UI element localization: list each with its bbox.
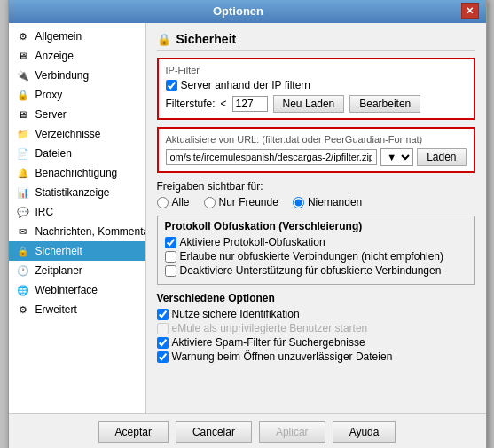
protokoll-title: Protokoll Obfuskation (Verschleierung) <box>165 220 467 232</box>
url-dropdown[interactable]: ▼ <box>380 148 413 166</box>
sidebar-item-server[interactable]: 🖥 Server <box>9 105 145 124</box>
sidebar-item-verbindung[interactable]: 🔌 Verbindung <box>9 66 145 85</box>
sidebar-icon-0: ⚙ <box>16 29 30 43</box>
close-button[interactable]: ✕ <box>461 3 479 19</box>
protokoll-item-3: Deaktiviere Unterstützung für obfuskiert… <box>165 264 467 277</box>
sidebar-icon-4: 🖥 <box>16 107 30 122</box>
radio-alle[interactable]: Alle <box>157 196 190 208</box>
sidebar-label-7: Benachrichtigung <box>35 167 118 179</box>
server-checkbox[interactable] <box>166 80 177 91</box>
sidebar-icon-3: 🔒 <box>16 88 30 102</box>
radio-niemanden-input[interactable] <box>293 197 304 208</box>
radio-alle-label: Alle <box>172 196 190 208</box>
sidebar-label-13: Webinterface <box>35 284 98 296</box>
verschiedene-checkbox-2 <box>157 323 169 334</box>
verschiedene-title: Verschiedene Optionen <box>157 292 475 304</box>
ip-filter-section: IP-Filter Server anhand der IP filtern F… <box>157 58 475 120</box>
aplicar-button[interactable]: Aplicar <box>259 421 325 443</box>
verschiedene-checkbox-4[interactable] <box>157 351 169 363</box>
sidebar-label-12: Zeitplaner <box>35 264 82 277</box>
sidebar-icon-7: 🔔 <box>16 166 30 180</box>
laden-button[interactable]: Laden <box>417 148 466 166</box>
sidebar-label-3: Proxy <box>35 89 63 101</box>
protokoll-item-2: Erlaube nur obfuskierte Verbindungen (ni… <box>165 250 467 263</box>
neu-laden-button[interactable]: Neu Laden <box>273 95 345 113</box>
sidebar-icon-11: 🔒 <box>16 244 30 258</box>
sidebar-icon-8: 📊 <box>16 185 30 200</box>
sidebar-item-proxy[interactable]: 🔒 Proxy <box>9 85 145 105</box>
radio-freunde-label: Nur Freunde <box>219 196 278 208</box>
sidebar-item-sicherheit[interactable]: 🔒 Sicherheit <box>9 241 145 261</box>
update-label: Aktualisiere von URL: (filter.dat oder P… <box>166 134 467 145</box>
protokoll-label-3: Deaktiviere Unterstützung für obfuskiert… <box>180 264 442 277</box>
aceptar-button[interactable]: Aceptar <box>98 421 169 443</box>
server-checkbox-row: Server anhand der IP filtern <box>166 79 467 91</box>
filterstufe-label: Filterstufe: <box>166 98 216 110</box>
sidebar-item-allgemein[interactable]: ⚙ Allgemein <box>9 27 145 46</box>
radio-alle-input[interactable] <box>157 197 169 208</box>
sidebar-label-6: Dateien <box>35 147 72 160</box>
sidebar-label-0: Allgemein <box>35 30 82 43</box>
sidebar-icon-9: 💬 <box>16 205 30 219</box>
panel-title-text: Sicherheit <box>176 32 237 46</box>
window-title: Optionen <box>16 4 461 18</box>
freigaben-radio-row: Alle Nur Freunde Niemanden <box>157 196 475 208</box>
verschiedene-label-4: Warnung beim Öffnen unzuverlässiger Date… <box>172 350 393 363</box>
sidebar-item-verzeichnisse[interactable]: 📁 Verzeichnisse <box>9 124 145 144</box>
content-area: ⚙ Allgemein 🖥 Anzeige 🔌 Verbindung 🔒 Pro… <box>9 23 486 413</box>
sidebar: ⚙ Allgemein 🖥 Anzeige 🔌 Verbindung 🔒 Pro… <box>9 23 146 413</box>
sidebar-label-5: Verzeichnisse <box>35 128 101 140</box>
protokoll-item-1: Aktiviere Protokoll-Obfuskation <box>165 236 467 248</box>
verschiedene-item-3: Aktiviere Spam-Filter für Suchergebnisse <box>157 336 475 349</box>
filter-level-row: Filterstufe: < Neu Laden Bearbeiten <box>166 95 467 113</box>
protokoll-label-2: Erlaube nur obfuskierte Verbindungen (ni… <box>180 250 444 263</box>
sidebar-item-webinterface[interactable]: 🌐 Webinterface <box>9 280 145 300</box>
filterstufe-input[interactable] <box>232 96 268 112</box>
sidebar-icon-2: 🔌 <box>16 68 30 83</box>
sidebar-item-erweitert[interactable]: ⚙ Erweitert <box>9 300 145 319</box>
protokoll-checkbox-1[interactable] <box>165 237 176 248</box>
server-checkbox-label[interactable]: Server anhand der IP filtern <box>166 79 311 91</box>
ip-filter-label: IP-Filter <box>166 65 467 75</box>
sidebar-item-statistikanzeige[interactable]: 📊 Statistikanzeige <box>9 183 145 202</box>
sidebar-icon-1: 🖥 <box>16 49 30 63</box>
verschiedene-section: Verschiedene Optionen Nutze sichere Iden… <box>157 292 475 363</box>
verschiedene-label-2: eMule als unprivilegierte Benutzer start… <box>172 322 368 334</box>
verschiedene-checkbox-1[interactable] <box>157 309 169 320</box>
sidebar-item-dateien[interactable]: 📄 Dateien <box>9 144 145 163</box>
radio-niemanden[interactable]: Niemanden <box>293 196 362 208</box>
verschiedene-item-2: eMule als unprivilegierte Benutzer start… <box>157 322 475 334</box>
options-window: Optionen ✕ ⚙ Allgemein 🖥 Anzeige 🔌 Verbi… <box>8 0 487 448</box>
sidebar-icon-13: 🌐 <box>16 283 30 297</box>
protokoll-checkbox-3[interactable] <box>165 265 176 277</box>
sidebar-label-4: Server <box>35 108 67 121</box>
sidebar-label-10: Nachrichten, Kommentare <box>35 225 146 238</box>
radio-freunde[interactable]: Nur Freunde <box>204 196 278 208</box>
ayuda-button[interactable]: Ayuda <box>333 421 396 443</box>
sidebar-label-11: Sicherheit <box>35 245 82 257</box>
sidebar-label-14: Erweitert <box>35 303 77 316</box>
security-icon: 🔒 <box>157 33 171 46</box>
bearbeiten-button[interactable]: Bearbeiten <box>349 95 420 113</box>
sidebar-label-8: Statistikanzeige <box>35 186 110 199</box>
protokoll-checkbox-2[interactable] <box>165 251 176 263</box>
sidebar-icon-6: 📄 <box>16 146 30 161</box>
freigaben-title: Freigaben sichtbar für: <box>157 180 475 193</box>
url-input[interactable] <box>166 149 378 165</box>
sidebar-item-anzeige[interactable]: 🖥 Anzeige <box>9 46 145 66</box>
radio-freunde-input[interactable] <box>204 197 216 208</box>
sidebar-item-zeitplaner[interactable]: 🕐 Zeitplaner <box>9 261 145 280</box>
sidebar-label-2: Verbindung <box>35 69 90 82</box>
main-panel: 🔒 Sicherheit IP-Filter Server anhand der… <box>146 23 486 413</box>
filterstufe-operator: < <box>221 98 227 110</box>
sidebar-item-nachrichten--kommentare[interactable]: ✉ Nachrichten, Kommentare <box>9 222 145 241</box>
title-bar: Optionen ✕ <box>9 0 486 23</box>
verschiedene-checkbox-3[interactable] <box>157 337 169 349</box>
url-row: ▼ Laden <box>166 148 467 166</box>
verschiedene-label-1: Nutze sichere Identifikation <box>172 308 300 320</box>
sidebar-item-benachrichtigung[interactable]: 🔔 Benachrichtigung <box>9 163 145 183</box>
sidebar-item-irc[interactable]: 💬 IRC <box>9 202 145 222</box>
sidebar-icon-12: 🕐 <box>16 263 30 278</box>
cancelar-button[interactable]: Cancelar <box>176 421 252 443</box>
radio-niemanden-label: Niemanden <box>308 196 362 208</box>
